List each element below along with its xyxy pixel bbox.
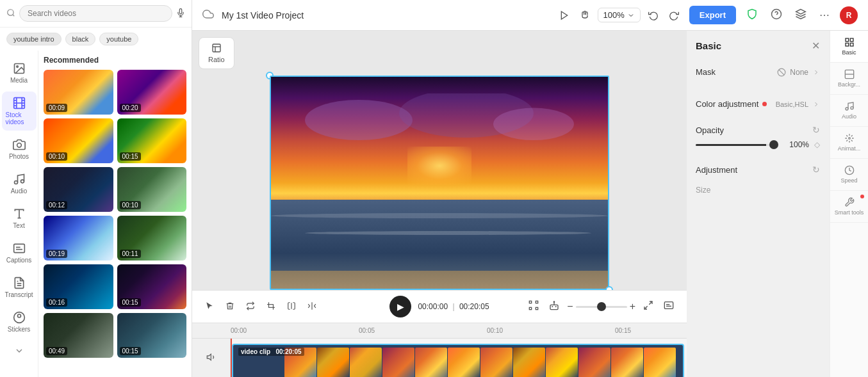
svg-point-14	[17, 143, 21, 148]
list-item[interactable]: 00:49	[44, 313, 113, 358]
avatar[interactable]: R	[840, 6, 858, 24]
tab-label: Backgr...	[838, 81, 860, 88]
opacity-section: Opacity ↻ 100% ◇	[696, 125, 820, 149]
layers-btn[interactable]	[792, 6, 809, 25]
audio-icon	[844, 101, 855, 111]
track-labels	[192, 339, 231, 377]
clip-label: video clip 00:20:05	[238, 348, 304, 356]
sidebar-item-transcript[interactable]: Transcript	[2, 271, 37, 303]
zoom-in-btn[interactable]: +	[630, 301, 635, 312]
keyframe-icon[interactable]: ◇	[814, 140, 820, 149]
list-item[interactable]: 00:15	[117, 313, 187, 358]
search-input[interactable]	[19, 5, 172, 22]
adjustment-header[interactable]: Adjustment ↻	[696, 158, 820, 182]
timeline-clip[interactable]: video clip 00:20:05	[232, 344, 684, 377]
chevron-right-icon	[812, 100, 820, 108]
cloud-icon[interactable]	[202, 8, 214, 22]
tab-speed[interactable]: Speed	[830, 159, 868, 191]
sidebar-item-stock-videos[interactable]: Stock videos	[2, 92, 37, 131]
help-btn[interactable]	[768, 6, 785, 25]
zoom-slider[interactable]	[576, 306, 627, 308]
opacity-slider[interactable]	[696, 144, 778, 146]
video-duration: 00:15	[120, 298, 141, 307]
video-duration: 00:10	[120, 201, 141, 209]
video-duration: 00:15	[120, 152, 141, 161]
tab-basic[interactable]: Basic	[830, 31, 868, 63]
adjustment-section: Adjustment ↻ Size	[696, 158, 820, 195]
animate-icon	[844, 133, 855, 143]
undo-btn[interactable]	[646, 8, 661, 23]
list-item[interactable]: 00:16	[44, 264, 113, 309]
timeline-area: 00:00 00:05 00:10 00:15 00:20	[192, 323, 687, 377]
crop-tool[interactable]	[264, 299, 278, 315]
select-tool[interactable]	[202, 299, 217, 315]
smart-tools-dot	[860, 195, 864, 198]
color-adjustment-header[interactable]: Color adjustment Basic,HSL	[696, 93, 820, 116]
sidebar-item-text[interactable]: Text	[2, 202, 37, 234]
more-options-btn[interactable]: ⋯	[817, 6, 832, 24]
list-item[interactable]: 00:09	[44, 70, 113, 115]
filter-tag-youtube[interactable]: youtube	[99, 33, 138, 45]
video-duration: 00:49	[46, 347, 67, 355]
track-content: video clip 00:20:05	[231, 339, 687, 377]
tab-audio[interactable]: Audio	[830, 95, 868, 127]
caption-view-btn[interactable]	[661, 298, 676, 316]
fit-icon[interactable]	[526, 298, 541, 316]
sidebar-item-audio[interactable]: Audio	[2, 168, 37, 200]
tab-animate[interactable]: Animat...	[830, 127, 868, 159]
tab-label: Audio	[842, 113, 856, 120]
color-adjustment-section: Color adjustment Basic,HSL	[696, 93, 820, 116]
speed-icon	[844, 165, 855, 175]
export-button[interactable]: Export	[689, 6, 736, 24]
list-item[interactable]: 00:11	[117, 216, 187, 261]
panel-close-btn[interactable]: ✕	[812, 40, 820, 52]
ratio-button[interactable]: Ratio	[199, 37, 234, 69]
mask-header[interactable]: Mask None	[696, 61, 820, 84]
list-item[interactable]: 00:10	[44, 118, 113, 163]
zoom-out-btn[interactable]: −	[567, 301, 573, 312]
svg-point-57	[848, 138, 850, 140]
list-item[interactable]: 00:10	[117, 167, 187, 212]
reset-icon[interactable]: ↻	[812, 125, 820, 135]
filter-tag-black[interactable]: black	[65, 33, 96, 45]
adjustment-reset-icon[interactable]: ↻	[812, 164, 820, 175]
sidebar-item-media[interactable]: Media	[2, 57, 37, 89]
sidebar-item-photos[interactable]: Photos	[2, 133, 37, 165]
play-mode-btn[interactable]	[557, 8, 572, 23]
list-item[interactable]: 00:12	[44, 167, 113, 212]
robot-icon[interactable]	[546, 298, 562, 316]
loop-tool[interactable]	[243, 299, 258, 315]
fullscreen-btn[interactable]	[641, 298, 656, 316]
ruler-mark: 00:00	[231, 327, 247, 334]
playhead	[231, 339, 232, 377]
tab-label: Speed	[840, 177, 857, 184]
tab-background[interactable]: Backgr...	[830, 63, 868, 95]
svg-point-15	[14, 181, 17, 184]
list-item[interactable]: 00:19	[44, 216, 113, 261]
hand-tool-btn[interactable]	[577, 8, 593, 23]
volume-icon[interactable]	[206, 352, 217, 364]
tab-smart-tools[interactable]: Smart tools	[830, 191, 868, 223]
list-item[interactable]: 00:15	[117, 118, 187, 163]
svg-rect-28	[213, 44, 220, 52]
shield-btn[interactable]	[744, 6, 760, 25]
flip-tool[interactable]	[284, 299, 299, 315]
transcript-icon	[13, 277, 26, 289]
list-item[interactable]: 00:20	[117, 70, 187, 115]
play-button[interactable]: ▶	[389, 296, 411, 317]
sidebar-item-captions[interactable]: Captions	[2, 237, 37, 269]
split-tool[interactable]	[305, 299, 319, 315]
filter-tag-youtube-intro[interactable]: youtube intro	[6, 33, 61, 45]
svg-point-55	[846, 108, 848, 110]
ruler-mark: 00:15	[615, 327, 631, 334]
canvas-area: Ratio	[192, 31, 687, 377]
mic-icon[interactable]	[176, 8, 185, 19]
redo-btn[interactable]	[666, 8, 682, 23]
more-sidebar-btn[interactable]	[9, 341, 29, 361]
sidebar-item-stickers[interactable]: Stickers	[2, 306, 37, 338]
zoom-level[interactable]: 100%	[598, 8, 641, 22]
recommended-title: Recommended	[44, 56, 186, 65]
list-item[interactable]: 00:15	[117, 264, 187, 309]
bottom-bar: ▶ 00:00:00 | 00:20:05 −	[192, 290, 687, 323]
delete-tool[interactable]	[223, 299, 237, 315]
